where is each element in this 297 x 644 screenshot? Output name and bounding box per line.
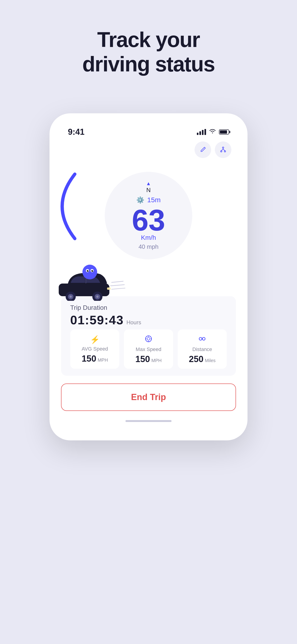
- status-time: 9:41: [68, 127, 84, 137]
- compass-label: N: [146, 186, 151, 194]
- max-speed-unit: MPH: [151, 358, 162, 363]
- trip-duration-unit: Hours: [126, 319, 141, 326]
- svg-point-7: [70, 296, 72, 298]
- wifi-icon: [209, 128, 216, 136]
- distance-card: Distance 250 Miles: [178, 329, 227, 369]
- speed-value: 63: [132, 205, 165, 235]
- trip-duration-row: Trip Duration: [70, 304, 227, 312]
- svg-point-26: [202, 338, 205, 340]
- svg-point-12: [82, 265, 97, 280]
- trip-stats-card: Trip Duration 01:59:43 Hours ⚡ AVG Speed…: [61, 296, 236, 376]
- distance-value: 250: [189, 354, 203, 364]
- distance-unit: Miles: [205, 358, 216, 363]
- avg-speed-icon: ⚡: [90, 335, 100, 344]
- status-bar: 9:41: [61, 125, 236, 142]
- speedometer-dial: ▲ N ⚙️ 15m 63 Km/h 40 mph: [105, 172, 192, 259]
- compass-indicator: ▲ N: [146, 180, 151, 194]
- phone-mockup: 9:41: [50, 113, 248, 440]
- avg-speed-unit: MPH: [98, 358, 108, 363]
- avg-speed-card: ⚡ AVG Speed 150 MPH: [70, 329, 119, 369]
- stats-row: ⚡ AVG Speed 150 MPH: [70, 329, 227, 369]
- max-speed-label: Max Speed: [136, 346, 161, 352]
- max-speed-card: Max Speed 150 MPH: [124, 329, 173, 369]
- status-icons: [197, 128, 229, 136]
- distance-label: Distance: [192, 346, 212, 352]
- avg-speed-value: 150: [82, 354, 96, 364]
- route-button[interactable]: [215, 142, 232, 158]
- battery-icon: [219, 130, 229, 134]
- edit-button[interactable]: [194, 142, 211, 158]
- svg-point-10: [96, 296, 98, 298]
- speed-unit: Km/h: [141, 234, 156, 242]
- distance-icon: [198, 335, 206, 344]
- max-speed-value: 150: [136, 354, 150, 364]
- page-title: Track your driving status: [82, 28, 214, 76]
- trip-duration-label: Trip Duration: [70, 304, 107, 312]
- signal-icon: [197, 129, 206, 135]
- svg-point-18: [92, 270, 93, 271]
- car-illustration: [52, 264, 236, 301]
- car-svg: [52, 264, 130, 301]
- svg-rect-11: [107, 288, 111, 290]
- home-indicator: [61, 420, 236, 422]
- action-buttons: [61, 142, 236, 162]
- svg-point-20: [147, 338, 150, 340]
- trip-duration-value: 01:59:43: [70, 313, 124, 327]
- speed-distance-info: ⚙️ 15m: [136, 196, 160, 204]
- svg-point-25: [199, 338, 202, 340]
- avg-speed-label: AVG Speed: [82, 346, 108, 352]
- home-bar: [126, 420, 172, 422]
- end-trip-button[interactable]: End Trip: [61, 384, 236, 411]
- svg-point-17: [88, 270, 89, 271]
- speed-mph: 40 mph: [138, 243, 159, 250]
- speedometer-container: ▲ N ⚙️ 15m 63 Km/h 40 mph: [61, 167, 236, 264]
- speed-arc: [56, 170, 77, 243]
- max-speed-icon: [144, 335, 152, 344]
- distance-label: 15m: [147, 196, 160, 204]
